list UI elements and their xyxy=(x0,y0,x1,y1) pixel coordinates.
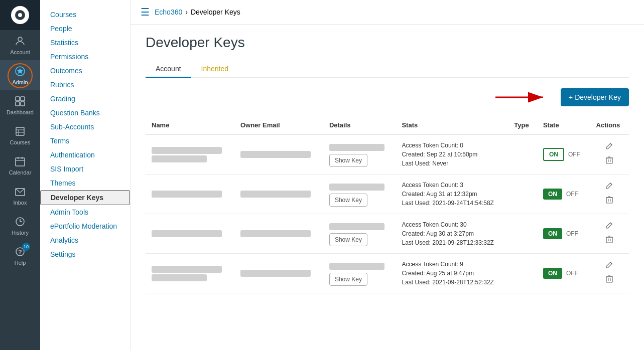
sidebar-item-account[interactable]: Account xyxy=(0,30,40,60)
svg-rect-4 xyxy=(16,102,20,106)
page-content: Developer Keys Account Inherited + Devel… xyxy=(131,25,644,350)
sidebar-label-dashboard: Dashboard xyxy=(7,109,34,115)
name-blurred-2 xyxy=(152,155,207,162)
cell-type xyxy=(508,214,537,254)
subnav-sis-import[interactable]: SIS Import xyxy=(40,162,130,176)
inbox-icon xyxy=(14,186,26,198)
sidebar-label-help: Help xyxy=(15,260,26,266)
show-key-button[interactable]: Show Key xyxy=(329,233,367,246)
subnav-question-banks[interactable]: Question Banks xyxy=(40,106,130,120)
subnav-admin-tools[interactable]: Admin Tools xyxy=(40,205,130,219)
details-blurred xyxy=(329,263,384,270)
svg-rect-3 xyxy=(21,97,25,101)
subnav-courses[interactable]: Courses xyxy=(40,8,130,22)
sidebar-item-courses[interactable]: Courses xyxy=(0,120,40,150)
table-row: Show KeyAccess Token Count: 9 Created: A… xyxy=(146,254,629,293)
tab-inherited[interactable]: Inherited xyxy=(191,61,238,78)
details-blurred xyxy=(329,223,384,230)
email-blurred xyxy=(240,191,311,198)
subnav-eportfolio[interactable]: ePortfolio Moderation xyxy=(40,219,130,233)
cell-name xyxy=(146,134,234,174)
col-header-actions: Actions xyxy=(590,116,629,134)
sidebar-item-calendar-wrapper: Calendar xyxy=(0,150,40,181)
edit-icon[interactable] xyxy=(605,183,613,193)
on-button[interactable]: ON xyxy=(543,228,562,239)
subnav-statistics[interactable]: Statistics xyxy=(40,36,130,50)
svg-point-0 xyxy=(18,37,22,41)
name-blurred-1 xyxy=(152,191,222,198)
subnav-terms[interactable]: Terms xyxy=(40,134,130,148)
subnav-rubrics[interactable]: Rubrics xyxy=(40,78,130,92)
subnav-analytics[interactable]: Analytics xyxy=(40,233,130,247)
sidebar-label-history: History xyxy=(12,230,29,236)
menu-icon[interactable]: ☰ xyxy=(141,6,150,18)
arrow-indicator xyxy=(490,90,551,105)
on-button[interactable]: ON xyxy=(543,268,562,279)
delete-icon[interactable] xyxy=(606,235,613,245)
show-key-button[interactable]: Show Key xyxy=(329,273,367,286)
off-label: OFF xyxy=(566,230,578,237)
edit-icon[interactable] xyxy=(605,222,613,232)
email-blurred xyxy=(240,151,311,158)
sidebar-item-admin-wrapper: Admin xyxy=(0,60,40,90)
subnav-permissions[interactable]: Permissions xyxy=(40,50,130,64)
subnav-themes[interactable]: Themes xyxy=(40,176,130,190)
subnav-people[interactable]: People xyxy=(40,22,130,36)
sidebar-item-help[interactable]: ? 10 Help xyxy=(0,241,40,271)
email-blurred xyxy=(240,230,311,237)
subnav-grading[interactable]: Grading xyxy=(40,92,130,106)
subnav-outcomes[interactable]: Outcomes xyxy=(40,64,130,78)
col-header-type: Type xyxy=(508,116,537,134)
delete-icon[interactable] xyxy=(606,275,613,285)
sidebar-item-inbox[interactable]: Inbox xyxy=(0,181,40,211)
sidebar-item-calendar[interactable]: Calendar xyxy=(0,150,40,181)
cell-stats: Access Token Count: 0 Created: Sep 22 at… xyxy=(396,134,508,174)
subnav-developer-keys[interactable]: Developer Keys xyxy=(40,190,130,205)
sidebar-item-dashboard[interactable]: Dashboard xyxy=(0,90,40,120)
delete-icon[interactable] xyxy=(606,156,613,166)
cell-actions xyxy=(590,134,629,174)
subnav-sub-accounts[interactable]: Sub-Accounts xyxy=(40,120,130,134)
cell-actions xyxy=(590,174,629,214)
cell-name xyxy=(146,174,234,214)
help-icon: ? 10 xyxy=(14,246,26,258)
table-row: Show KeyAccess Token Count: 0 Created: S… xyxy=(146,134,629,174)
cell-email xyxy=(234,134,323,174)
svg-line-38 xyxy=(610,262,612,264)
edit-icon[interactable] xyxy=(605,262,613,272)
edit-icon[interactable] xyxy=(605,143,613,153)
stats-text: Access Token Count: 0 Created: Sep 22 at… xyxy=(402,141,502,168)
sidebar-item-help-wrapper: ? 10 Help xyxy=(0,241,40,271)
sidebar-item-dashboard-wrapper: Dashboard xyxy=(0,90,40,120)
sidebar-item-admin[interactable]: Admin xyxy=(0,60,40,90)
subnav-settings[interactable]: Settings xyxy=(40,247,130,261)
col-header-name: Name xyxy=(146,116,234,134)
off-label: OFF xyxy=(566,191,578,198)
cell-email xyxy=(234,214,323,254)
details-blurred xyxy=(329,184,384,191)
developer-keys-table: Name Owner Email Details Stats Type Stat… xyxy=(146,116,629,293)
cell-details: Show Key xyxy=(323,134,396,174)
admin-icon xyxy=(14,65,26,77)
breadcrumb: Echo360 › Developer Keys xyxy=(155,8,240,16)
cell-details: Show Key xyxy=(323,254,396,293)
on-button[interactable]: ON xyxy=(543,148,564,161)
app-logo xyxy=(0,0,40,30)
name-blurred-1 xyxy=(152,230,222,237)
add-developer-key-button[interactable]: + Developer Key xyxy=(561,88,629,106)
sidebar-item-history[interactable]: History xyxy=(0,211,40,241)
show-key-button[interactable]: Show Key xyxy=(329,194,367,207)
details-blurred xyxy=(329,144,384,151)
help-badge: 10 xyxy=(22,243,30,251)
breadcrumb-root[interactable]: Echo360 xyxy=(155,8,182,16)
show-key-button[interactable]: Show Key xyxy=(329,154,367,167)
courses-icon xyxy=(14,125,26,137)
tab-account[interactable]: Account xyxy=(146,61,191,78)
col-header-email: Owner Email xyxy=(234,116,323,134)
on-button[interactable]: ON xyxy=(543,189,562,200)
subnav-authentication[interactable]: Authentication xyxy=(40,148,130,162)
action-row: + Developer Key xyxy=(146,88,629,106)
table-row: Show KeyAccess Token Count: 3 Created: A… xyxy=(146,174,629,214)
sidebar-item-courses-wrapper: Courses xyxy=(0,120,40,150)
delete-icon[interactable] xyxy=(606,196,613,206)
